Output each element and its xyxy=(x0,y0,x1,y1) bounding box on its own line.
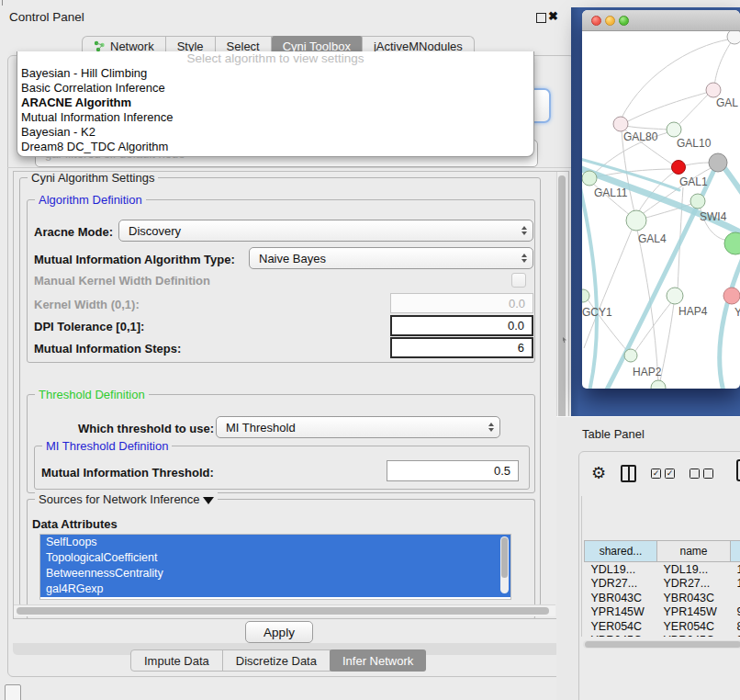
new-table-icon[interactable] xyxy=(736,459,740,481)
network-edge xyxy=(625,126,668,130)
bottom-tab-impute-data[interactable]: Impute Data xyxy=(131,650,223,671)
algorithm-option[interactable]: Bayesian - K2 xyxy=(17,125,533,140)
network-edge xyxy=(714,37,734,86)
network-edge-highlighted xyxy=(582,167,740,235)
select-all-icon[interactable]: ✓✓ xyxy=(651,469,675,479)
mi-threshold-label: Mutual Information Threshold: xyxy=(41,466,214,480)
gear-icon[interactable]: ⚙ xyxy=(591,465,606,481)
network-node-label: GAL xyxy=(716,96,738,109)
network-canvas[interactable]: GALGAL80GAL10GAL1SWI4GAL11GAL4GCY1HAP4YH… xyxy=(582,31,740,389)
algorithm-option[interactable]: Basic Correlation Inference xyxy=(17,81,533,96)
table-horizontal-scrollbar[interactable] xyxy=(583,640,740,649)
stepper-icon xyxy=(521,226,527,235)
network-node[interactable] xyxy=(613,117,628,131)
table-cell: 13 xyxy=(731,562,740,577)
network-node-label: GAL4 xyxy=(638,232,667,245)
stepper-icon xyxy=(488,423,494,432)
minimize-traffic-light-icon[interactable] xyxy=(605,16,615,26)
table-horizontal-scrollbar-thumb[interactable] xyxy=(585,641,740,648)
group-title[interactable]: Sources for Network Inference xyxy=(35,492,218,506)
table-cell: 12 xyxy=(731,577,740,592)
table-column-header[interactable]: shared... xyxy=(585,541,657,562)
data-attribute-item[interactable]: SelfLoops xyxy=(40,535,510,550)
table-cell: 8. xyxy=(731,619,740,634)
algorithm-option[interactable]: Mutual Information Inference xyxy=(17,110,533,125)
data-attribute-item[interactable]: TopologicalCoefficient xyxy=(40,550,510,566)
network-node-label: HAP2 xyxy=(633,366,662,378)
deselect-all-icon[interactable] xyxy=(690,469,713,479)
which-threshold-combo[interactable]: MI Threshold xyxy=(216,416,500,438)
network-node-label: GAL1 xyxy=(679,175,708,188)
network-window-titlebar[interactable] xyxy=(582,10,740,31)
group-title: MI Threshold Definition xyxy=(42,439,172,453)
network-node[interactable] xyxy=(709,153,727,172)
stepper-icon xyxy=(521,254,527,263)
mi-threshold-field[interactable]: 0.5 xyxy=(387,460,519,481)
mi-steps-field[interactable]: 6 xyxy=(390,337,533,358)
table-cell: YER054C xyxy=(585,619,657,634)
list-scrollbar[interactable] xyxy=(500,536,509,593)
network-node[interactable] xyxy=(690,194,705,209)
aracne-mode-label: Aracne Mode: xyxy=(34,225,113,239)
table-toolbar: ⚙ ✓✓ xyxy=(579,452,740,494)
network-node[interactable] xyxy=(651,380,666,389)
float-panel-icon[interactable] xyxy=(536,13,546,23)
aracne-mode-combo[interactable]: Discovery xyxy=(118,220,533,242)
network-node[interactable] xyxy=(582,171,597,186)
columns-icon[interactable] xyxy=(621,465,636,482)
table-cell: 9. xyxy=(731,605,740,620)
algorithm-option[interactable]: Bayesian - Hill Climbing xyxy=(17,66,533,81)
table-cell xyxy=(731,591,740,605)
mi-steps-label: Mutual Information Steps: xyxy=(34,342,181,356)
table-row[interactable]: YBR045CYBR045C9. xyxy=(585,634,740,638)
table-row[interactable]: YDL19...YDL19...13 xyxy=(585,562,740,577)
table-row[interactable]: YPR145WYPR145W9. xyxy=(585,605,740,620)
data-attribute-item[interactable]: gal4RGexp xyxy=(40,581,510,597)
network-node-label: SWI4 xyxy=(700,210,727,223)
table-clip: shared...nameA YDL19...YDL19...13YDR27..… xyxy=(581,496,740,637)
close-icon[interactable]: ✖ xyxy=(548,9,558,23)
table-row[interactable]: YER054CYER054C8. xyxy=(585,619,740,634)
group-title: Cyni Algorithm Settings xyxy=(28,171,158,185)
data-attribute-item[interactable]: BetweennessCentrality xyxy=(40,566,510,581)
docked-panel-icon[interactable] xyxy=(5,684,21,700)
close-traffic-light-icon[interactable] xyxy=(591,16,601,26)
bottom-tab-discretize-data[interactable]: Discretize Data xyxy=(223,650,331,671)
kernel-width-field[interactable]: 0.0 xyxy=(390,293,533,313)
apply-button[interactable]: Apply xyxy=(245,621,313,643)
manual-kernel-checkbox[interactable] xyxy=(511,273,526,288)
dpi-tolerance-field[interactable]: 0.0 xyxy=(390,315,533,336)
network-node[interactable] xyxy=(727,31,740,44)
network-node[interactable] xyxy=(624,349,637,362)
table-row[interactable]: YBR043CYBR043C xyxy=(585,591,740,605)
network-node-label: GAL10 xyxy=(677,137,712,150)
node-table-subpanel: ⚙ ✓✓ shared...nameA YDL19...YDL19...13YD… xyxy=(578,451,740,700)
table-panel: Table Panel ⚙ ✓✓ shared...nameA YDL19...… xyxy=(556,416,740,700)
algorithm-option[interactable]: ARACNE Algorithm xyxy=(17,96,533,110)
table-column-header[interactable]: name xyxy=(657,541,731,562)
network-node[interactable] xyxy=(672,161,686,175)
zoom-traffic-light-icon[interactable] xyxy=(619,16,629,26)
network-node[interactable] xyxy=(724,232,740,254)
horizontal-scrollbar[interactable] xyxy=(14,604,555,616)
algorithm-option[interactable]: Dream8 DC_TDC Algorithm xyxy=(17,140,533,154)
mi-type-combo[interactable]: Naive Bayes xyxy=(249,247,533,269)
table-row[interactable]: YDR27...YDR27...12 xyxy=(585,577,740,592)
bottom-tab-infer-network[interactable]: Infer Network xyxy=(330,649,426,672)
horizontal-scrollbar-thumb[interactable] xyxy=(17,607,549,615)
table-column-header[interactable]: A xyxy=(731,541,740,562)
panel-title: Control Panel xyxy=(9,10,84,24)
network-node[interactable] xyxy=(626,210,646,231)
table-cell: YER054C xyxy=(657,619,731,634)
disclosure-down-icon xyxy=(203,497,214,504)
network-node[interactable] xyxy=(667,288,683,304)
node-table[interactable]: shared...nameA YDL19...YDL19...13YDR27..… xyxy=(584,540,740,637)
network-node[interactable] xyxy=(706,83,721,97)
network-node[interactable] xyxy=(667,122,681,137)
list-scrollbar-thumb[interactable] xyxy=(501,537,508,578)
table-cell: YBR043C xyxy=(585,591,657,605)
data-attributes-label: Data Attributes xyxy=(32,517,118,531)
network-node[interactable] xyxy=(723,288,740,304)
network-edge xyxy=(660,303,674,381)
mi-type-label: Mutual Information Algorithm Type: xyxy=(34,253,235,266)
